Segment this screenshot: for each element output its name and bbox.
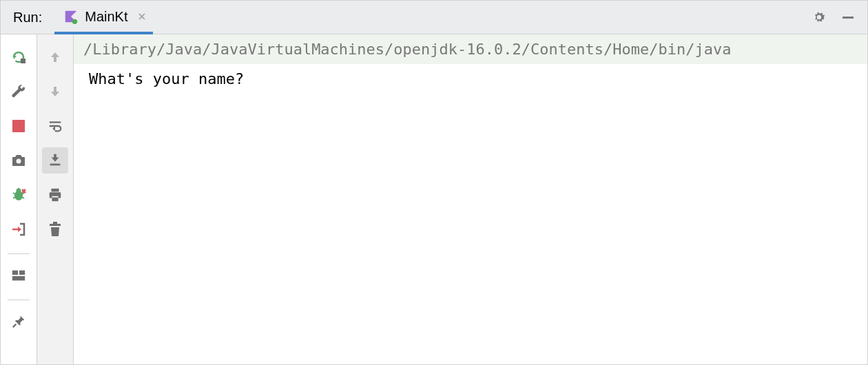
svg-marker-9 xyxy=(18,227,21,232)
svg-rect-14 xyxy=(50,164,61,166)
camera-icon[interactable] xyxy=(6,147,32,174)
scroll-to-end-icon[interactable] xyxy=(42,147,68,174)
bug-icon[interactable] xyxy=(6,182,32,208)
svg-rect-15 xyxy=(52,189,59,192)
primary-toolbar xyxy=(1,34,37,364)
run-body: /Library/Java/JavaVirtualMachines/openjd… xyxy=(1,34,867,364)
arrow-down-icon xyxy=(42,79,68,105)
svg-rect-4 xyxy=(21,59,25,63)
gear-icon[interactable] xyxy=(811,9,827,25)
run-tab-mainkt[interactable]: MainKt xyxy=(54,1,152,34)
rerun-button[interactable] xyxy=(6,44,32,70)
wrench-icon[interactable] xyxy=(6,79,32,105)
exit-icon[interactable] xyxy=(6,216,32,242)
console-output-area[interactable]: /Library/Java/JavaVirtualMachines/openjd… xyxy=(74,34,867,364)
svg-rect-2 xyxy=(843,17,854,19)
svg-marker-3 xyxy=(13,56,17,59)
secondary-toolbar xyxy=(37,34,74,364)
kotlin-file-icon xyxy=(63,8,79,25)
run-header: Run: MainKt xyxy=(1,1,867,34)
toolbar-separator xyxy=(8,300,30,300)
minimize-icon[interactable] xyxy=(840,9,856,25)
soft-wrap-icon[interactable] xyxy=(42,113,68,139)
console-command-line: /Library/Java/JavaVirtualMachines/openjd… xyxy=(74,34,867,64)
svg-point-6 xyxy=(17,159,21,164)
stop-button[interactable] xyxy=(6,113,32,139)
layout-icon[interactable] xyxy=(6,262,32,289)
svg-point-1 xyxy=(72,19,77,24)
svg-rect-16 xyxy=(52,198,58,202)
header-actions xyxy=(811,9,867,25)
svg-rect-17 xyxy=(50,224,61,226)
pin-icon[interactable] xyxy=(6,309,32,335)
toolbar-separator xyxy=(8,253,30,254)
run-tab-label: MainKt xyxy=(85,9,127,25)
arrow-up-icon xyxy=(42,44,68,70)
run-title: Run: xyxy=(1,10,54,25)
trash-icon[interactable] xyxy=(42,216,68,242)
console-output-line: What's your name? xyxy=(74,64,867,94)
run-tool-window: Run: MainKt xyxy=(0,0,868,365)
close-tab-icon[interactable] xyxy=(136,11,147,22)
print-icon[interactable] xyxy=(42,182,68,208)
svg-rect-5 xyxy=(12,120,25,132)
svg-rect-18 xyxy=(53,222,57,224)
svg-rect-10 xyxy=(12,271,18,275)
svg-rect-12 xyxy=(12,276,25,280)
svg-rect-11 xyxy=(19,271,25,275)
